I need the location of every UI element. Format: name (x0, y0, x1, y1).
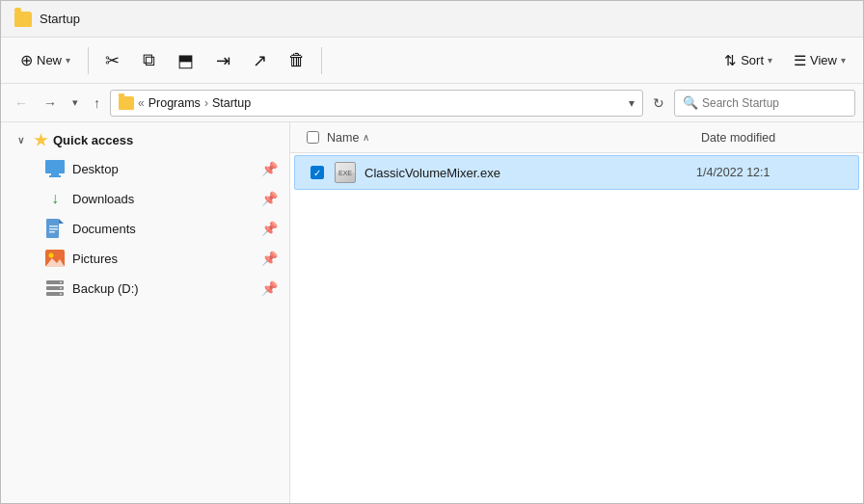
title-bar: Startup (1, 1, 863, 38)
toolbar-divider-2 (321, 47, 322, 74)
move-button[interactable]: ⇥ (205, 41, 240, 80)
pictures-icon (45, 249, 65, 268)
search-input[interactable] (702, 96, 847, 110)
svg-point-9 (49, 253, 54, 258)
file-list: Name ∧ Date modified ✓ EXE ClassicVolume… (290, 122, 863, 503)
recent-chevron-icon: ▾ (72, 96, 78, 109)
refresh-icon: ↻ (653, 95, 664, 111)
file-explorer-window: Startup ⊕ New ▾ ✂ ⧉ ⬒ ⇥ ↗ 🗑 ⇅ Sor (0, 0, 864, 504)
name-column-header[interactable]: Name ∧ (327, 131, 701, 145)
svg-point-14 (60, 281, 62, 283)
new-plus-icon: ⊕ (20, 53, 33, 68)
svg-point-15 (60, 287, 62, 289)
svg-rect-2 (49, 175, 61, 177)
date-column-label: Date modified (701, 131, 775, 145)
sidebar-pictures-label: Pictures (72, 252, 254, 266)
backup-icon (45, 279, 65, 298)
svg-rect-5 (49, 225, 58, 227)
sort-button-label: Sort (741, 53, 764, 67)
search-box[interactable]: 🔍 (674, 90, 855, 117)
file-icon-wrapper: EXE (332, 162, 359, 183)
breadcrumb-dropdown-icon: ▾ (629, 96, 634, 110)
main-content: ∨ ★ Quick access Desktop 📌 ↓ Downloads (1, 122, 863, 503)
breadcrumb-arrow: › (204, 96, 208, 110)
exe-file-icon: EXE (335, 162, 356, 183)
svg-rect-0 (45, 160, 65, 173)
pin-icon-backup: 📌 (261, 280, 278, 296)
svg-point-16 (60, 293, 62, 295)
file-item-classicvolumemixer[interactable]: ✓ EXE ClassicVolumeMixer.exe 1/4/2022 12… (294, 155, 859, 190)
back-button[interactable]: ← (9, 92, 34, 115)
forward-arrow-icon: → (43, 95, 57, 111)
view-lines-icon: ☰ (794, 52, 806, 69)
search-icon: 🔍 (683, 95, 698, 110)
sidebar-item-backup[interactable]: Backup (D:) 📌 (5, 274, 285, 303)
name-sort-arrow-icon: ∧ (363, 132, 369, 143)
sidebar-item-pictures[interactable]: Pictures 📌 (5, 244, 285, 273)
copy-icon: ⧉ (143, 50, 155, 70)
pin-icon-downloads: 📌 (261, 191, 278, 206)
cut-icon: ✂ (105, 50, 120, 71)
breadcrumb-folder-icon (119, 96, 134, 110)
copy-button[interactable]: ⧉ (131, 41, 166, 80)
recent-locations-button[interactable]: ▾ (67, 93, 84, 113)
file-list-header: Name ∧ Date modified (290, 122, 863, 153)
sidebar-desktop-label: Desktop (72, 162, 254, 176)
title-folder-icon (14, 12, 32, 27)
sidebar-backup-label: Backup (D:) (72, 281, 254, 296)
pin-icon-pictures: 📌 (261, 251, 278, 266)
sidebar: ∨ ★ Quick access Desktop 📌 ↓ Downloads (1, 122, 290, 503)
sidebar-item-downloads[interactable]: ↓ Downloads 📌 (5, 184, 285, 213)
toolbar-divider-1 (88, 47, 89, 74)
breadcrumb-startup: Startup (212, 96, 251, 110)
desktop-icon (45, 159, 65, 178)
back-arrow-icon: ← (14, 95, 28, 111)
downloads-icon: ↓ (45, 189, 65, 208)
up-directory-button[interactable]: ↑ (88, 92, 106, 115)
file-checkbox[interactable]: ✓ (310, 166, 324, 179)
forward-button[interactable]: → (38, 92, 63, 115)
date-column-header[interactable]: Date modified (701, 131, 855, 145)
move-icon: ⇥ (216, 50, 230, 71)
sort-arrows-icon: ⇅ (724, 52, 737, 69)
svg-marker-4 (59, 219, 64, 224)
new-button[interactable]: ⊕ New ▾ (9, 41, 82, 80)
sidebar-item-desktop[interactable]: Desktop 📌 (5, 154, 285, 183)
address-bar: ← → ▾ ↑ « Programs › Startup ▾ ↻ 🔍 (1, 84, 863, 122)
file-date-modified: 1/4/2022 12:1 (696, 166, 850, 179)
refresh-button[interactable]: ↻ (647, 92, 670, 115)
quick-access-section[interactable]: ∨ ★ Quick access (5, 127, 285, 153)
delete-icon: 🗑 (288, 50, 306, 70)
quick-access-label: Quick access (53, 133, 133, 147)
cut-button[interactable]: ✂ (94, 41, 129, 80)
select-all-checkbox[interactable] (307, 131, 319, 144)
breadcrumb-separator: « (138, 96, 145, 110)
pin-icon-desktop: 📌 (261, 161, 278, 176)
sort-button[interactable]: ⇅ Sort ▾ (715, 41, 782, 80)
file-name: ClassicVolumeMixer.exe (359, 166, 696, 180)
sidebar-item-documents[interactable]: Documents 📌 (5, 214, 285, 243)
breadcrumb[interactable]: « Programs › Startup ▾ (110, 90, 643, 117)
new-chevron-icon: ▾ (66, 55, 70, 66)
quick-access-star-icon: ★ (34, 131, 47, 149)
view-button[interactable]: ☰ View ▾ (784, 41, 855, 80)
share-button[interactable]: ↗ (242, 41, 277, 80)
documents-icon (45, 219, 65, 238)
sort-chevron-icon: ▾ (768, 55, 772, 66)
share-icon: ↗ (253, 50, 267, 71)
svg-rect-6 (49, 228, 58, 230)
svg-rect-7 (49, 231, 55, 233)
breadcrumb-programs: Programs (148, 96, 201, 110)
view-chevron-icon: ▾ (841, 55, 846, 66)
quick-access-chevron-icon: ∨ (13, 135, 28, 146)
delete-button[interactable]: 🗑 (279, 41, 315, 80)
paste-button[interactable]: ⬒ (168, 41, 203, 80)
view-button-label: View (810, 53, 837, 67)
pin-icon-documents: 📌 (261, 221, 278, 236)
up-arrow-icon: ↑ (94, 95, 100, 111)
file-checkbox-col: ✓ (303, 166, 332, 179)
toolbar: ⊕ New ▾ ✂ ⧉ ⬒ ⇥ ↗ 🗑 ⇅ Sort ▾ ☰ (1, 38, 863, 84)
name-column-label: Name (327, 131, 359, 145)
svg-rect-1 (51, 173, 59, 175)
window-title: Startup (40, 12, 80, 26)
